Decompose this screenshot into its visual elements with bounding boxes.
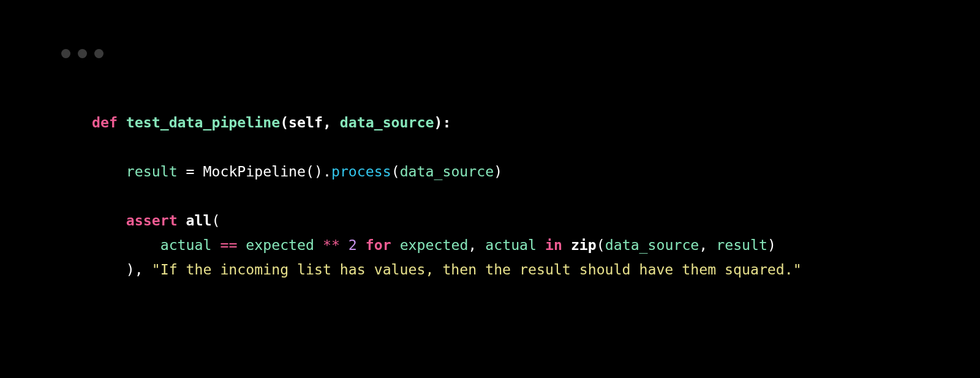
window-zoom-dot[interactable] (94, 49, 104, 58)
var-actual: actual (485, 236, 537, 253)
var-expected: expected (246, 236, 314, 253)
punct-comma: , (323, 114, 340, 130)
code-blank-line (92, 138, 100, 155)
space (237, 236, 246, 253)
keyword-for: for (366, 236, 391, 253)
param-data-source: data_source (340, 114, 434, 130)
keyword-in: in (545, 236, 562, 253)
param-self: self (288, 114, 323, 130)
space (357, 236, 366, 253)
punct-dot: . (323, 163, 331, 180)
indent (92, 163, 126, 180)
code-line: ), "If the incoming list has values, the… (92, 261, 802, 278)
code-blank-line (92, 187, 100, 204)
op-eqeq: == (220, 236, 237, 253)
code-line: result = MockPipeline().process(data_sou… (92, 163, 502, 180)
punct-call-parens: () (306, 163, 323, 180)
keyword-assert: assert (126, 212, 186, 229)
code-line: def test_data_pipeline(self, data_source… (92, 114, 451, 130)
keyword-def: def (92, 114, 126, 130)
indent (92, 212, 126, 229)
punct-comma: , (468, 236, 485, 253)
indent (92, 261, 126, 278)
punct-open-paren: ( (597, 236, 605, 253)
punct-close-paren-colon: ): (434, 114, 451, 130)
space (211, 236, 220, 253)
punct-close-paren-comma: ), (126, 261, 152, 278)
punct-close-paren: ) (767, 236, 776, 253)
window-minimize-dot[interactable] (78, 49, 87, 58)
literal-two: 2 (349, 236, 357, 253)
window-traffic-lights (61, 49, 104, 58)
op-power: ** (323, 236, 340, 253)
space (391, 236, 400, 253)
arg-data-source: data_source (605, 236, 699, 253)
code-line: actual == expected ** 2 for expected, ac… (92, 236, 776, 253)
punct-comma: , (699, 236, 716, 253)
punct-close-paren: ) (494, 163, 502, 180)
space (562, 236, 571, 253)
op-assign: = (178, 163, 203, 180)
arg-data-source: data_source (400, 163, 494, 180)
builtin-all: all (186, 212, 212, 229)
space (314, 236, 323, 253)
punct-open-paren: ( (211, 212, 220, 229)
class-mockpipeline: MockPipeline (203, 163, 306, 180)
code-editor[interactable]: def test_data_pipeline(self, data_source… (92, 110, 943, 282)
code-line: assert all( (92, 212, 220, 229)
var-actual: actual (160, 236, 212, 253)
space (340, 236, 349, 253)
punct-open-paren: ( (391, 163, 400, 180)
code-window: def test_data_pipeline(self, data_source… (0, 0, 980, 378)
window-close-dot[interactable] (61, 49, 70, 58)
var-expected: expected (400, 236, 469, 253)
arg-result: result (716, 236, 767, 253)
builtin-zip: zip (571, 236, 597, 253)
var-result: result (126, 163, 178, 180)
space (537, 236, 545, 253)
assertion-message-string: "If the incoming list has values, then t… (152, 261, 802, 278)
indent (92, 236, 160, 253)
method-process: process (331, 163, 391, 180)
punct-open-paren: ( (280, 114, 288, 130)
function-name: test_data_pipeline (126, 114, 280, 130)
